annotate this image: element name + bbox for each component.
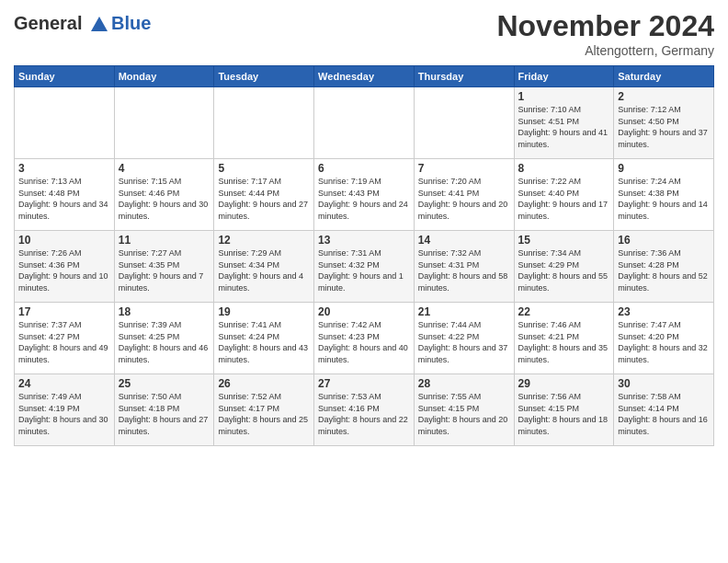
day-info: Sunrise: 7:49 AM Sunset: 4:19 PM Dayligh…: [18, 391, 110, 437]
day-info: Sunrise: 7:10 AM Sunset: 4:51 PM Dayligh…: [518, 104, 610, 150]
calendar-cell: 23Sunrise: 7:47 AM Sunset: 4:20 PM Dayli…: [614, 303, 714, 374]
calendar-week-4: 24Sunrise: 7:49 AM Sunset: 4:19 PM Dayli…: [15, 374, 714, 446]
day-number: 26: [218, 377, 310, 390]
calendar-cell: 3Sunrise: 7:13 AM Sunset: 4:48 PM Daylig…: [15, 159, 115, 231]
calendar-cell: 11Sunrise: 7:27 AM Sunset: 4:35 PM Dayli…: [114, 231, 214, 303]
day-info: Sunrise: 7:58 AM Sunset: 4:14 PM Dayligh…: [618, 391, 710, 437]
calendar-cell: 18Sunrise: 7:39 AM Sunset: 4:25 PM Dayli…: [114, 303, 214, 374]
calendar-cell: 1Sunrise: 7:10 AM Sunset: 4:51 PM Daylig…: [514, 87, 614, 159]
calendar-cell: 14Sunrise: 7:32 AM Sunset: 4:31 PM Dayli…: [414, 231, 514, 303]
calendar-cell: 30Sunrise: 7:58 AM Sunset: 4:14 PM Dayli…: [614, 374, 714, 446]
day-info: Sunrise: 7:34 AM Sunset: 4:29 PM Dayligh…: [518, 247, 610, 293]
calendar-cell: [114, 87, 214, 159]
day-info: Sunrise: 7:22 AM Sunset: 4:40 PM Dayligh…: [518, 176, 610, 222]
calendar-week-3: 17Sunrise: 7:37 AM Sunset: 4:27 PM Dayli…: [15, 303, 714, 374]
day-number: 4: [119, 162, 210, 175]
day-info: Sunrise: 7:31 AM Sunset: 4:32 PM Dayligh…: [318, 247, 410, 293]
calendar-cell: 7Sunrise: 7:20 AM Sunset: 4:41 PM Daylig…: [414, 159, 514, 231]
header-friday: Friday: [514, 66, 614, 87]
day-number: 30: [618, 377, 710, 390]
day-info: Sunrise: 7:13 AM Sunset: 4:48 PM Dayligh…: [18, 176, 110, 222]
day-info: Sunrise: 7:29 AM Sunset: 4:34 PM Dayligh…: [218, 247, 310, 293]
calendar-cell: 4Sunrise: 7:15 AM Sunset: 4:46 PM Daylig…: [114, 159, 214, 231]
day-number: 5: [218, 162, 310, 175]
day-info: Sunrise: 7:39 AM Sunset: 4:25 PM Dayligh…: [119, 319, 210, 365]
day-number: 8: [518, 162, 610, 175]
month-title: November 2024: [496, 9, 714, 43]
calendar-cell: [314, 87, 415, 159]
calendar-header-row: Sunday Monday Tuesday Wednesday Thursday…: [15, 66, 714, 87]
calendar-cell: 25Sunrise: 7:50 AM Sunset: 4:18 PM Dayli…: [114, 374, 214, 446]
calendar-cell: [214, 87, 314, 159]
day-number: 2: [618, 90, 710, 103]
day-info: Sunrise: 7:56 AM Sunset: 4:15 PM Dayligh…: [518, 391, 610, 437]
logo: General Blue: [14, 13, 151, 35]
day-info: Sunrise: 7:20 AM Sunset: 4:41 PM Dayligh…: [418, 176, 510, 222]
day-info: Sunrise: 7:53 AM Sunset: 4:16 PM Dayligh…: [318, 391, 410, 437]
day-number: 10: [18, 234, 110, 247]
day-info: Sunrise: 7:46 AM Sunset: 4:21 PM Dayligh…: [518, 319, 610, 365]
day-number: 7: [418, 162, 510, 175]
day-number: 25: [119, 377, 210, 390]
calendar-cell: 22Sunrise: 7:46 AM Sunset: 4:21 PM Dayli…: [514, 303, 614, 374]
day-info: Sunrise: 7:36 AM Sunset: 4:28 PM Dayligh…: [618, 247, 710, 293]
day-info: Sunrise: 7:17 AM Sunset: 4:44 PM Dayligh…: [218, 176, 310, 222]
day-number: 22: [518, 305, 610, 318]
calendar-table: Sunday Monday Tuesday Wednesday Thursday…: [14, 65, 714, 446]
logo-blue: Blue: [111, 13, 151, 34]
day-number: 21: [418, 305, 510, 318]
calendar-cell: 8Sunrise: 7:22 AM Sunset: 4:40 PM Daylig…: [514, 159, 614, 231]
day-number: 3: [18, 162, 110, 175]
day-info: Sunrise: 7:47 AM Sunset: 4:20 PM Dayligh…: [618, 319, 710, 365]
calendar-cell: 27Sunrise: 7:53 AM Sunset: 4:16 PM Dayli…: [314, 374, 415, 446]
day-info: Sunrise: 7:19 AM Sunset: 4:43 PM Dayligh…: [318, 176, 410, 222]
day-info: Sunrise: 7:52 AM Sunset: 4:17 PM Dayligh…: [218, 391, 310, 437]
calendar-cell: 2Sunrise: 7:12 AM Sunset: 4:50 PM Daylig…: [614, 87, 714, 159]
day-info: Sunrise: 7:55 AM Sunset: 4:15 PM Dayligh…: [418, 391, 510, 437]
day-info: Sunrise: 7:42 AM Sunset: 4:23 PM Dayligh…: [318, 319, 410, 365]
day-number: 6: [318, 162, 410, 175]
day-number: 18: [119, 305, 210, 318]
calendar-cell: 24Sunrise: 7:49 AM Sunset: 4:19 PM Dayli…: [15, 374, 115, 446]
day-info: Sunrise: 7:37 AM Sunset: 4:27 PM Dayligh…: [18, 319, 110, 365]
calendar-cell: 19Sunrise: 7:41 AM Sunset: 4:24 PM Dayli…: [214, 303, 314, 374]
header-saturday: Saturday: [614, 66, 714, 87]
header-tuesday: Tuesday: [214, 66, 314, 87]
calendar-week-0: 1Sunrise: 7:10 AM Sunset: 4:51 PM Daylig…: [15, 87, 714, 159]
day-info: Sunrise: 7:24 AM Sunset: 4:38 PM Dayligh…: [618, 176, 710, 222]
title-block: November 2024 Altengottern, Germany: [496, 9, 714, 58]
calendar-week-2: 10Sunrise: 7:26 AM Sunset: 4:36 PM Dayli…: [15, 231, 714, 303]
day-number: 16: [618, 234, 710, 247]
day-number: 9: [618, 162, 710, 175]
calendar-cell: 29Sunrise: 7:56 AM Sunset: 4:15 PM Dayli…: [514, 374, 614, 446]
day-number: 27: [318, 377, 410, 390]
day-info: Sunrise: 7:41 AM Sunset: 4:24 PM Dayligh…: [218, 319, 310, 365]
calendar-cell: 16Sunrise: 7:36 AM Sunset: 4:28 PM Dayli…: [614, 231, 714, 303]
day-number: 12: [218, 234, 310, 247]
calendar-cell: 9Sunrise: 7:24 AM Sunset: 4:38 PM Daylig…: [614, 159, 714, 231]
calendar-cell: 26Sunrise: 7:52 AM Sunset: 4:17 PM Dayli…: [214, 374, 314, 446]
header-sunday: Sunday: [15, 66, 115, 87]
calendar-cell: 17Sunrise: 7:37 AM Sunset: 4:27 PM Dayli…: [15, 303, 115, 374]
day-info: Sunrise: 7:27 AM Sunset: 4:35 PM Dayligh…: [119, 247, 210, 293]
calendar-cell: 21Sunrise: 7:44 AM Sunset: 4:22 PM Dayli…: [414, 303, 514, 374]
calendar-cell: 13Sunrise: 7:31 AM Sunset: 4:32 PM Dayli…: [314, 231, 415, 303]
svg-marker-0: [91, 17, 108, 31]
day-number: 24: [18, 377, 110, 390]
day-number: 17: [18, 305, 110, 318]
logo-general: General: [14, 13, 82, 33]
day-info: Sunrise: 7:32 AM Sunset: 4:31 PM Dayligh…: [418, 247, 510, 293]
calendar-cell: [15, 87, 115, 159]
calendar-cell: 28Sunrise: 7:55 AM Sunset: 4:15 PM Dayli…: [414, 374, 514, 446]
day-number: 23: [618, 305, 710, 318]
calendar-cell: 6Sunrise: 7:19 AM Sunset: 4:43 PM Daylig…: [314, 159, 415, 231]
calendar-cell: 12Sunrise: 7:29 AM Sunset: 4:34 PM Dayli…: [214, 231, 314, 303]
location: Altengottern, Germany: [496, 43, 714, 58]
calendar-cell: [414, 87, 514, 159]
day-info: Sunrise: 7:50 AM Sunset: 4:18 PM Dayligh…: [119, 391, 210, 437]
day-number: 11: [119, 234, 210, 247]
day-number: 13: [318, 234, 410, 247]
logo-icon: [89, 15, 109, 35]
page-header: General Blue November 2024 Altengottern,…: [14, 9, 714, 58]
calendar-week-1: 3Sunrise: 7:13 AM Sunset: 4:48 PM Daylig…: [15, 159, 714, 231]
